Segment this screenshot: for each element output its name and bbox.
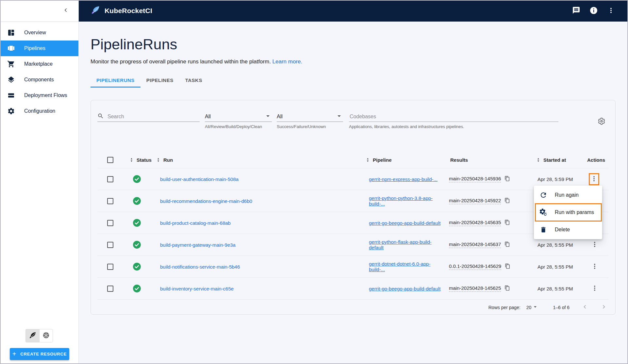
table-body: build-user-authentication-main-508agerri… <box>97 168 609 300</box>
result-link[interactable]: 0.0.1-20250428-145629 <box>449 263 501 270</box>
table-row: build-inventory-service-main-c65egerrit-… <box>97 278 609 300</box>
chat-icon <box>572 6 580 15</box>
rocket-view-toggle[interactable] <box>25 329 39 342</box>
sidebar-item-components[interactable]: Components <box>0 72 78 88</box>
row-checkbox[interactable] <box>107 176 113 182</box>
menu-item-run-with-params[interactable]: Run with params <box>535 203 602 222</box>
pipeline-link[interactable]: gerrit-python-python-3.8-app-build-... <box>369 195 442 207</box>
chat-button[interactable] <box>572 6 580 15</box>
copy-button[interactable] <box>505 263 510 270</box>
status-select[interactable]: All Success/Failure/Unknown <box>277 111 343 129</box>
table-row: build-user-authentication-main-508agerri… <box>97 168 609 190</box>
sidebar-item-configuration[interactable]: Configuration <box>0 103 78 119</box>
table-row: build-notifications-service-main-5b46ger… <box>97 256 609 278</box>
status-helper: Success/Failure/Unknown <box>277 124 343 129</box>
menu-item-delete[interactable]: Delete <box>534 222 602 237</box>
column-header-pipeline[interactable]: Pipeline <box>362 157 442 163</box>
result-link[interactable]: main-20250428-145625 <box>449 285 501 292</box>
copy-button[interactable] <box>504 285 510 292</box>
status-success-icon <box>133 284 141 293</box>
copy-button[interactable] <box>504 176 510 182</box>
next-page-button[interactable] <box>600 303 607 311</box>
row-checkbox[interactable] <box>107 286 113 292</box>
previous-page-button[interactable] <box>581 303 588 311</box>
column-header-status[interactable]: Status <box>116 157 155 163</box>
app-title: KubeRocketCI <box>105 7 152 15</box>
result-link[interactable]: main-20250428-145637 <box>449 241 501 248</box>
learn-more-link[interactable]: Learn more. <box>273 58 303 65</box>
column-header-label: Actions <box>587 157 605 163</box>
status-success-icon <box>133 219 141 227</box>
overflow-menu-button[interactable] <box>607 7 615 15</box>
sidebar-item-label: Pipelines <box>24 45 45 51</box>
brand: KubeRocketCI <box>91 5 152 16</box>
result-link[interactable]: main-20250428-145936 <box>449 176 501 182</box>
column-header-label: Pipeline <box>373 157 392 163</box>
pipeline-link[interactable]: gerrit-go-beego-app-build-default <box>369 286 440 291</box>
sort-icon <box>365 157 371 163</box>
started-at: Apr 28, 5:59 PM <box>537 176 573 182</box>
codebases-input[interactable] <box>349 113 558 120</box>
row-checkbox[interactable] <box>107 242 113 248</box>
rows-per-page-select[interactable]: 20 <box>526 304 539 311</box>
result-link[interactable]: main-20250428-145635 <box>449 220 501 226</box>
row-actions-button[interactable] <box>591 262 599 271</box>
column-header-run[interactable]: Run <box>155 157 362 163</box>
pipelineruns-table: StatusRunPipelineResultsStarted atAction… <box>97 152 609 300</box>
codebases-helper: Applications, libraries, autotests and i… <box>349 124 558 129</box>
sidebar-item-pipelines[interactable]: Pipelines <box>0 41 78 56</box>
copy-button[interactable] <box>504 241 510 248</box>
tab-pipelineruns[interactable]: PIPELINERUNS <box>91 74 140 88</box>
sidebar-item-marketplace[interactable]: Marketplace <box>0 56 78 72</box>
column-header-started-at[interactable]: Started at <box>529 157 578 163</box>
run-link[interactable]: build-product-catalog-main-68ab <box>160 220 231 226</box>
table-settings-button[interactable] <box>598 117 605 126</box>
rows-per-page-label: Rows per page: <box>488 305 521 310</box>
status-success-icon <box>133 240 141 249</box>
sort-icon <box>536 157 541 163</box>
copy-icon <box>504 241 510 248</box>
info-button[interactable] <box>589 6 598 16</box>
kubernetes-view-toggle[interactable] <box>39 329 53 342</box>
top-bar-actions <box>572 6 628 16</box>
components-icon <box>7 75 15 84</box>
pipeline-link[interactable]: gerrit-go-beego-app-build-default <box>369 220 440 226</box>
copy-button[interactable] <box>504 220 510 226</box>
overview-icon <box>7 28 15 37</box>
run-link[interactable]: build-user-authentication-main-508a <box>160 176 239 182</box>
sidebar-collapse-button[interactable] <box>62 7 69 15</box>
pipeline-type-select[interactable]: All All/Review/Build/Deploy/Clean <box>205 111 272 129</box>
pipeline-link[interactable]: gerrit-dotnet-dotnet-6.0-app-build-... <box>369 261 442 272</box>
page-title: PipelineRuns <box>91 36 628 53</box>
row-actions-button[interactable] <box>590 175 598 184</box>
chevron-left-icon <box>581 303 588 311</box>
column-header-actions: Actions <box>578 157 609 163</box>
sidebar-item-overview[interactable]: Overview <box>0 25 78 41</box>
row-checkbox[interactable] <box>107 220 113 226</box>
row-checkbox[interactable] <box>107 264 113 270</box>
row-actions-button[interactable] <box>591 240 599 249</box>
run-link[interactable]: build-recommendations-engine-main-d6b0 <box>160 198 252 204</box>
copy-button[interactable] <box>504 198 510 204</box>
menu-item-run-again[interactable]: Run again <box>534 188 602 203</box>
sidebar-item-deployment-flows[interactable]: Deployment Flows <box>0 88 78 103</box>
tab-tasks[interactable]: TASKS <box>179 74 208 88</box>
pipeline-link[interactable]: gerrit-npm-express-app-build-... <box>369 176 438 182</box>
sidebar-header <box>0 0 78 22</box>
table-row: build-payment-gateway-main-9e3agerrit-py… <box>97 234 609 256</box>
search-input[interactable] <box>107 113 200 120</box>
select-all-checkbox[interactable] <box>107 157 113 163</box>
run-link[interactable]: build-payment-gateway-main-9e3a <box>160 242 236 248</box>
run-link[interactable]: build-notifications-service-main-5b46 <box>160 264 240 270</box>
result-link[interactable]: main-20250428-145922 <box>449 198 501 204</box>
pipeline-link[interactable]: gerrit-python-flask-app-build-default <box>369 239 442 250</box>
sidebar-item-label: Configuration <box>24 108 55 114</box>
trash-icon <box>539 226 547 233</box>
tab-pipelines[interactable]: PIPELINES <box>140 74 179 88</box>
run-link[interactable]: build-inventory-service-main-c65e <box>160 286 234 291</box>
create-resource-button[interactable]: + CREATE RESOURCE <box>10 348 69 360</box>
row-checkbox[interactable] <box>107 198 113 204</box>
copy-icon <box>504 220 510 226</box>
copy-icon <box>505 263 510 270</box>
row-actions-button[interactable] <box>591 284 599 293</box>
